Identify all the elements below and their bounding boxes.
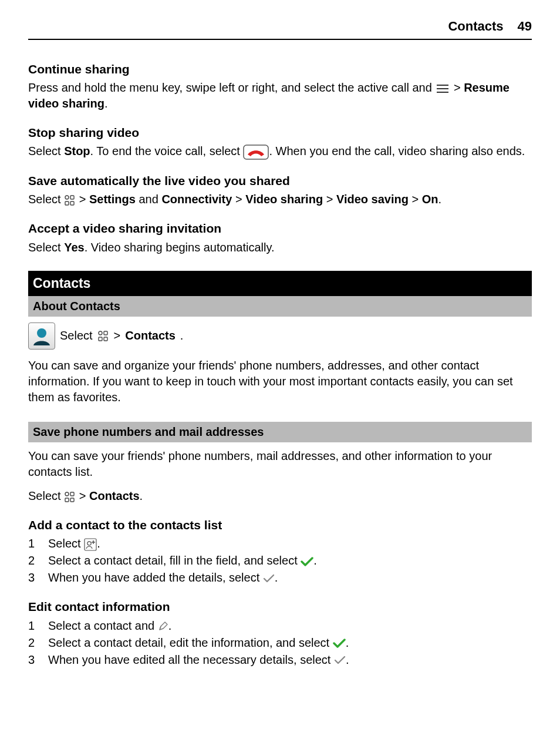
paragraph-save-auto: Select > Settings and Connectivity > Vid… [28, 192, 532, 207]
section-heading-contacts: Contacts [28, 271, 532, 296]
text: . [346, 636, 349, 649]
text: Select [28, 193, 64, 206]
svg-rect-12 [99, 337, 102, 341]
pencil-icon [158, 621, 168, 631]
check-green-icon [301, 556, 313, 567]
list-text: When you have added the details, select … [48, 570, 278, 586]
subsection-heading-save-numbers: Save phone numbers and mail addresses [28, 422, 532, 442]
text-settings: Settings [89, 193, 136, 206]
list-number: 1 [28, 536, 38, 552]
text: Select [60, 328, 93, 344]
heading-continue-sharing: Continue sharing [28, 61, 532, 78]
list-number: 2 [28, 635, 38, 651]
list-text: Select a contact detail, fill in the fie… [48, 553, 317, 569]
text: > [454, 81, 464, 94]
text-contacts: Contacts [89, 489, 140, 502]
text: Select [28, 145, 64, 157]
list-text: Select a contact and . [48, 618, 171, 634]
paragraph-continue-sharing: Press and hold the menu key, swipe left … [28, 80, 532, 112]
list-edit-contact: 1 Select a contact and . 2 Select a cont… [28, 618, 532, 668]
text: > [412, 193, 422, 206]
apps-grid-icon [64, 194, 76, 206]
text: . [438, 193, 442, 206]
text: . [97, 537, 100, 550]
svg-rect-17 [70, 498, 74, 502]
text: . Video sharing begins automatically. [85, 241, 275, 254]
text: Press and hold the menu key, swipe left … [28, 81, 435, 94]
paragraph-save-numbers: You can save your friends' phone numbers… [28, 448, 532, 480]
list-number: 2 [28, 553, 38, 569]
paragraph-select-contacts: Select > Contacts. [28, 488, 532, 504]
new-contact-icon [84, 538, 97, 551]
text: and [139, 193, 161, 206]
text: Select a contact detail, edit the inform… [48, 636, 333, 649]
menu-lines-icon [435, 83, 450, 94]
list-item: 2 Select a contact detail, fill in the f… [28, 553, 532, 569]
text: > [326, 193, 336, 206]
svg-rect-7 [65, 201, 69, 205]
apps-grid-icon [97, 330, 109, 342]
list-number: 1 [28, 618, 38, 634]
text: Select a contact and [48, 619, 158, 632]
svg-point-5 [65, 196, 69, 199]
subsection-heading-about-contacts: About Contacts [28, 296, 532, 317]
svg-rect-6 [70, 196, 74, 199]
text-connectivity: Connectivity [161, 193, 232, 206]
running-header: Contacts 49 [28, 18, 532, 40]
list-add-contact: 1 Select . 2 Select a conta [28, 536, 532, 586]
header-page-number: 49 [518, 18, 532, 35]
list-number: 3 [28, 570, 38, 586]
text: . [168, 619, 172, 632]
text: . [140, 489, 143, 502]
text: . [313, 554, 317, 567]
text: > [235, 193, 245, 206]
svg-rect-11 [104, 331, 107, 335]
text: . When you end the call, video sharing a… [269, 145, 525, 157]
svg-point-10 [99, 331, 102, 335]
text: When you have added the details, select [48, 571, 263, 584]
paragraph-accept-invitation: Select Yes. Video sharing begins automat… [28, 240, 532, 256]
header-section: Contacts [448, 18, 503, 35]
heading-save-auto: Save automatically the live video you sh… [28, 173, 532, 189]
text: Select [48, 537, 84, 550]
list-item: 1 Select . [28, 536, 532, 552]
list-item: 3 When you have edited all the necessary… [28, 652, 532, 668]
text: > [79, 193, 89, 206]
text-on: On [422, 193, 438, 206]
list-text: Select a contact detail, edit the inform… [48, 635, 349, 651]
text: Select a contact detail, fill in the fie… [48, 554, 301, 567]
paragraph-about-contacts: You can save and organize your friends' … [28, 358, 532, 405]
list-item: 2 Select a contact detail, edit the info… [28, 635, 532, 651]
text: Select [28, 489, 64, 502]
text: . To end the voice call, select [90, 145, 244, 157]
end-call-icon [243, 145, 269, 160]
svg-rect-8 [70, 201, 74, 205]
text-yes: Yes [64, 241, 84, 254]
about-contacts-row: Select > Contacts. [28, 323, 532, 350]
text: When you have edited all the necessary d… [48, 653, 334, 666]
paragraph-stop-sharing: Select Stop. To end the voice call, sele… [28, 143, 532, 160]
text-stop: Stop [64, 145, 90, 157]
apps-grid-icon [64, 491, 76, 503]
list-number: 3 [28, 652, 38, 668]
text: . [346, 653, 349, 666]
heading-accept-invitation: Accept a video sharing invitation [28, 220, 532, 237]
text: . [104, 97, 108, 110]
svg-point-9 [37, 328, 46, 338]
list-text: Select . [48, 536, 100, 552]
svg-rect-16 [65, 498, 69, 502]
list-item: 3 When you have added the details, selec… [28, 570, 532, 586]
text: > [114, 328, 121, 344]
list-item: 1 Select a contact and . [28, 618, 532, 634]
heading-add-contact: Add a contact to the contacts list [28, 517, 532, 533]
done-check-icon [263, 573, 275, 584]
done-check-icon [334, 655, 346, 666]
svg-rect-15 [70, 492, 74, 496]
text-video-saving: Video saving [336, 193, 409, 206]
svg-point-14 [65, 492, 69, 496]
svg-rect-13 [104, 337, 107, 341]
heading-edit-contact: Edit contact information [28, 599, 532, 615]
check-green-icon [333, 638, 346, 649]
text: . [180, 328, 184, 344]
text: . [275, 571, 278, 584]
